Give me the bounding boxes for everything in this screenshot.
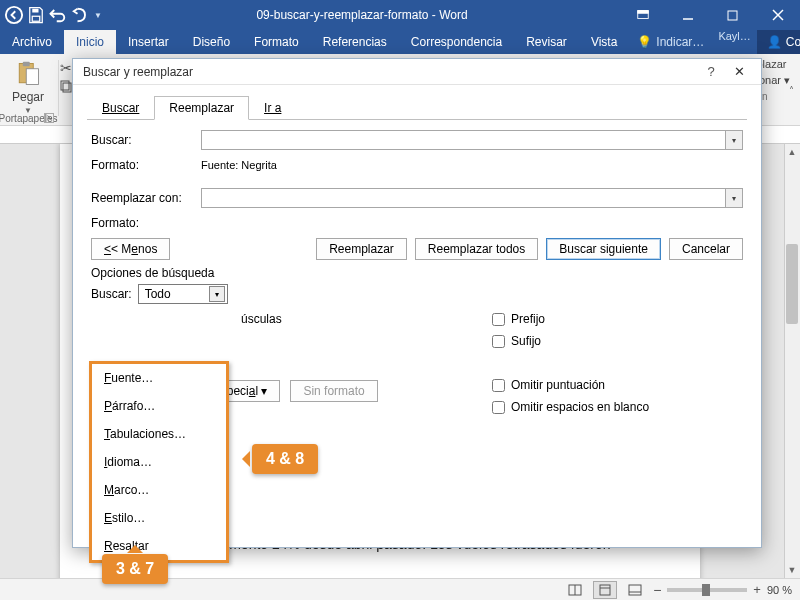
prefix-checkbox[interactable]: Prefijo: [492, 312, 743, 326]
clipboard-group: Pegar ▼ Portapapeles ↘: [0, 54, 56, 125]
svg-rect-2: [32, 16, 40, 21]
undo-icon[interactable]: [48, 5, 68, 25]
scroll-down-icon[interactable]: ▼: [784, 562, 800, 578]
find-input[interactable]: ▾: [201, 130, 743, 150]
paste-button[interactable]: Pegar ▼: [6, 58, 50, 117]
search-direction-value: Todo: [145, 287, 171, 301]
popup-style[interactable]: Estilo…: [92, 504, 226, 532]
minimize-button[interactable]: [665, 0, 710, 30]
popup-font[interactable]: Fuente…: [92, 364, 226, 392]
format-label-2: Formato:: [91, 216, 201, 230]
svg-rect-6: [728, 11, 737, 20]
format-label-1: Formato:: [91, 158, 201, 172]
zoom-slider[interactable]: [667, 588, 747, 592]
read-mode-icon[interactable]: [563, 581, 587, 599]
ignore-punct-checkbox[interactable]: Omitir puntuación: [492, 378, 743, 392]
search-options-title: Opciones de búsqueda: [91, 266, 743, 280]
title-bar: ▼ 09-buscar-y-reemplazar-formato - Word: [0, 0, 800, 30]
chevron-down-icon[interactable]: ▾: [725, 131, 742, 149]
scroll-up-icon[interactable]: ▲: [784, 144, 800, 160]
replace-button[interactable]: Reemplazar: [316, 238, 407, 260]
svg-rect-11: [26, 69, 38, 85]
popup-tabs[interactable]: Tabulaciones…: [92, 420, 226, 448]
tab-correspondencia[interactable]: Correspondencia: [399, 30, 514, 54]
find-label: Buscar:: [91, 133, 201, 147]
tab-revisar[interactable]: Revisar: [514, 30, 579, 54]
maximize-button[interactable]: [710, 0, 755, 30]
redo-icon[interactable]: [70, 5, 90, 25]
tell-me[interactable]: 💡Indicar…: [629, 30, 712, 54]
dialog-close-button[interactable]: ✕: [723, 61, 755, 83]
paste-label: Pegar: [12, 90, 44, 104]
less-button[interactable]: <<< Menos< Menos: [91, 238, 170, 260]
window-title: 09-buscar-y-reemplazar-formato - Word: [104, 8, 620, 22]
popup-frame[interactable]: Marco…: [92, 476, 226, 504]
callout-4-8: 4 & 8: [252, 444, 318, 474]
ignore-space-checkbox[interactable]: Omitir espacios en blanco: [492, 400, 743, 414]
tab-archivo[interactable]: Archivo: [0, 30, 64, 54]
search-direction-select[interactable]: Todo ▾: [138, 284, 228, 304]
suffix-checkbox[interactable]: Sufijo: [492, 334, 743, 348]
svg-rect-10: [23, 62, 30, 66]
popup-language[interactable]: Idioma…: [92, 448, 226, 476]
zoom-in-icon[interactable]: +: [753, 582, 761, 597]
user-name[interactable]: Kayl…: [712, 30, 756, 54]
svg-rect-12: [63, 83, 71, 92]
tab-formato[interactable]: Formato: [242, 30, 311, 54]
find-replace-dialog: Buscar y reemplazar ? ✕ Buscar Reemplaza…: [72, 58, 762, 548]
zoom-level[interactable]: 90 %: [767, 584, 792, 596]
dialog-title: Buscar y reemplazar: [83, 65, 193, 79]
clipboard-expand-icon[interactable]: ↘: [44, 113, 54, 123]
tab-referencias[interactable]: Referencias: [311, 30, 399, 54]
replace-label: Reemplazar con:: [91, 191, 201, 205]
chevron-down-icon[interactable]: ▾: [209, 286, 225, 302]
find-format-value: Fuente: Negrita: [201, 159, 277, 171]
back-icon[interactable]: [4, 5, 24, 25]
svg-point-0: [6, 7, 22, 23]
svg-rect-13: [61, 81, 69, 90]
vertical-scrollbar[interactable]: ▲ ▼: [784, 144, 800, 578]
search-direction-label: Buscar:: [91, 287, 132, 301]
dialog-tabs: Buscar Reemplazar Ir a: [87, 95, 747, 120]
svg-rect-4: [637, 11, 648, 14]
tab-inicio[interactable]: Inicio: [64, 30, 116, 54]
tab-find[interactable]: Buscar: [87, 96, 154, 120]
dialog-help-button[interactable]: ?: [699, 64, 723, 79]
lightbulb-icon: 💡: [637, 35, 652, 49]
svg-rect-18: [629, 585, 641, 595]
web-layout-icon[interactable]: [623, 581, 647, 599]
callout-3-7: 3 & 7: [102, 554, 168, 584]
tab-vista[interactable]: Vista: [579, 30, 629, 54]
zoom-out-icon[interactable]: −: [653, 582, 661, 598]
tab-diseno[interactable]: Diseño: [181, 30, 242, 54]
share-button[interactable]: 👤Compartir: [757, 30, 800, 54]
dialog-titlebar: Buscar y reemplazar ? ✕: [73, 59, 761, 85]
find-next-button[interactable]: Buscar siguiente: [546, 238, 661, 260]
popup-paragraph[interactable]: Párrafo…: [92, 392, 226, 420]
ribbon-tabs: Archivo Inicio Insertar Diseño Formato R…: [0, 30, 800, 54]
close-button[interactable]: [755, 0, 800, 30]
collapse-ribbon-icon[interactable]: ˄: [789, 84, 794, 95]
format-popup-menu: Fuente… Párrafo… Tabulaciones… Idioma… M…: [89, 361, 229, 563]
cancel-button[interactable]: Cancelar: [669, 238, 743, 260]
share-icon: 👤: [767, 35, 782, 49]
zoom-thumb[interactable]: [702, 584, 710, 596]
ribbon-display-icon[interactable]: [620, 0, 665, 30]
svg-rect-1: [32, 9, 38, 13]
scroll-thumb[interactable]: [786, 244, 798, 324]
tab-insertar[interactable]: Insertar: [116, 30, 181, 54]
save-icon[interactable]: [26, 5, 46, 25]
chevron-down-icon[interactable]: ▾: [725, 189, 742, 207]
replace-all-button[interactable]: Reemplazar todos: [415, 238, 538, 260]
svg-rect-16: [600, 585, 610, 595]
tab-replace[interactable]: Reemplazar: [154, 96, 249, 120]
print-layout-icon[interactable]: [593, 581, 617, 599]
no-format-button[interactable]: Sin formato: [290, 380, 377, 402]
qa-dropdown-icon[interactable]: ▼: [92, 5, 104, 25]
replace-input[interactable]: ▾: [201, 188, 743, 208]
match-case-partial: úsculas: [241, 312, 282, 326]
tab-goto[interactable]: Ir a: [249, 96, 296, 120]
